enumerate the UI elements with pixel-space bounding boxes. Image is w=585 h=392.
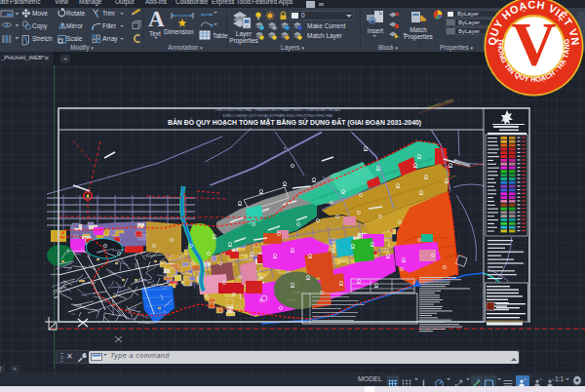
svg-text:BẢN ĐỒ QUY HOẠCH TỔNG MẶT BẰNG: BẢN ĐỒ QUY HOẠCH TỔNG MẶT BẰNG SỨ DỤNG Đ… [168,117,421,127]
svg-text:PHƯỜNG PHÚ HÀI, THÀNH PHỐ PHAN: PHƯỜNG PHÚ HÀI, THÀNH PHỐ PHAN THIẾT, TỈ… [215,107,341,112]
svg-text:ĐIỀU CHỈNH QUY HOẠCH PHÂN KHU: ĐIỀU CHỈNH QUY HOẠCH PHÂN KHU PHƯỜNG PHÚ… [223,113,332,118]
svg-text:V: V [511,10,556,79]
